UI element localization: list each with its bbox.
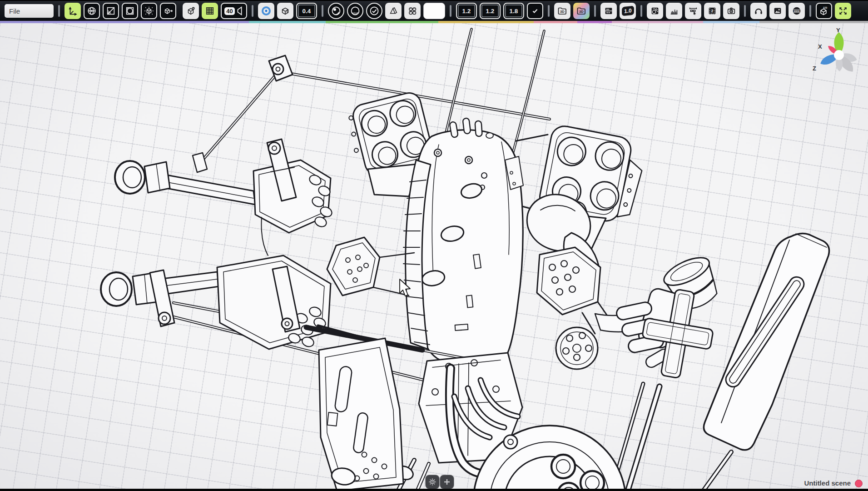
toolbar-divider: [640, 5, 642, 17]
toolbar-divider: [58, 5, 60, 17]
headphones-icon: [754, 6, 764, 16]
cube-expand-button[interactable]: [141, 3, 157, 19]
svg-text:3D: 3D: [560, 10, 565, 14]
audio-headphones-button[interactable]: [750, 3, 767, 19]
line-weight-b-button[interactable]: 1.2: [480, 3, 501, 19]
dither-icon: [650, 6, 660, 16]
line-weight-b-value: 1.2: [486, 8, 495, 15]
svg-text:123: 123: [823, 6, 827, 9]
spectrum-segment: [0, 21, 249, 23]
axis-label-z: Z: [813, 65, 816, 72]
svg-text:3D: 3D: [579, 10, 584, 14]
outline-width-button[interactable]: 0.4: [296, 3, 317, 19]
fullscreen-button[interactable]: [835, 3, 851, 19]
toolbar-divider: [594, 5, 596, 17]
cube-material-button[interactable]: [277, 3, 293, 19]
toolbar-divider: [744, 5, 746, 17]
frame-select-button[interactable]: [685, 3, 701, 19]
line-weight-a-value: 1.2: [462, 8, 471, 15]
globe-view-button[interactable]: [84, 3, 100, 19]
sphere-stippled-icon: [350, 5, 361, 16]
toolbar-divider: [322, 5, 323, 17]
line-weight-checkbox[interactable]: [527, 3, 543, 19]
toolbar: File 40 0.4: [0, 0, 868, 21]
cube-vertex-icon: [186, 6, 196, 16]
sphere-group-icon: [407, 6, 417, 16]
axis-label-y: Y: [836, 27, 840, 34]
grid-icon: [205, 6, 215, 16]
cube-translate-icon: [163, 6, 173, 16]
file-menu-button[interactable]: File: [5, 4, 54, 18]
bottom-bar: [0, 489, 868, 491]
sphere-group-button[interactable]: [404, 3, 421, 19]
shelf-library-button[interactable]: [600, 3, 617, 19]
outline-width-value: 0.4: [303, 8, 311, 15]
sphere-shaded-button[interactable]: [328, 3, 344, 19]
folder-3d-color-button[interactable]: 3D: [573, 3, 590, 19]
prism-button[interactable]: [385, 3, 402, 19]
line-weight-c-value: 1.8: [510, 8, 518, 15]
web-globe-button[interactable]: www: [789, 3, 805, 19]
spectrum-segment: [438, 21, 534, 23]
toolbar-divider: [809, 5, 811, 17]
check-icon: [531, 6, 540, 15]
plane-diagonal-icon: [106, 6, 116, 16]
line-weight-a-button[interactable]: 1.2: [456, 3, 477, 19]
folder-3d-color-icon: 3D: [576, 5, 587, 16]
www-globe-icon: www: [792, 6, 802, 16]
gizmo-center: [834, 50, 844, 60]
blank-swatch-button[interactable]: [423, 3, 445, 19]
plane-diagonal-button[interactable]: [103, 3, 119, 19]
shelf-icon: [604, 6, 614, 16]
svg-text:www: www: [794, 10, 800, 12]
spectrum-segment: [577, 21, 612, 23]
gear-icon: [428, 478, 436, 486]
cube-expand-icon: [144, 6, 154, 16]
settings-button[interactable]: [425, 475, 440, 489]
spectrum-strip: [0, 21, 868, 23]
sphere-stippled-button[interactable]: [347, 3, 363, 19]
camera-capture-button[interactable]: [723, 3, 739, 19]
globe-icon: [87, 6, 97, 16]
equalizer-button[interactable]: [666, 3, 682, 19]
svg-text:2: 2: [711, 9, 713, 13]
cube-material-icon: [280, 6, 290, 16]
cube-vertex-button[interactable]: [183, 3, 199, 19]
prism-icon: [388, 6, 398, 16]
cube-dimensions-button[interactable]: 123: [816, 3, 832, 19]
axis-gizmo[interactable]: Y X Z: [812, 26, 868, 83]
line-weight-c-button[interactable]: 1.8: [503, 3, 524, 19]
cube-translate-button[interactable]: [160, 3, 176, 19]
folder-3d-button[interactable]: 3D: [554, 3, 570, 19]
axes-tool-button[interactable]: [64, 3, 81, 19]
film-frame-icon: 2: [707, 6, 717, 16]
toolbar-divider: [548, 5, 550, 17]
camera-fov-button[interactable]: 40: [221, 3, 247, 19]
record-indicator[interactable]: [855, 480, 863, 487]
add-button[interactable]: [440, 475, 454, 489]
image-export-button[interactable]: [769, 3, 786, 19]
fullscreen-icon: [838, 6, 848, 16]
focus-ring-icon: [261, 5, 272, 16]
grid-floor-button[interactable]: [202, 3, 218, 19]
film-frames-button[interactable]: 2: [704, 3, 720, 19]
sphere-shaded-icon: [331, 5, 342, 16]
viewport-canvas[interactable]: [0, 23, 868, 491]
image-icon: [773, 6, 783, 16]
spectrum-segment: [612, 21, 703, 23]
scale-tag-button[interactable]: 1.0: [620, 3, 636, 19]
shading-confirm-button[interactable]: [366, 3, 382, 19]
plus-icon: [443, 478, 451, 486]
axes-icon: [68, 6, 78, 16]
camera-icon: [726, 6, 736, 16]
toolbar-divider: [252, 5, 253, 17]
cube-123-icon: 123: [818, 5, 829, 16]
scale-tag-value: 1.0: [622, 6, 634, 16]
plane-circle-button[interactable]: [122, 3, 138, 19]
fov-value: 40: [224, 7, 234, 15]
dither-pattern-button[interactable]: [647, 3, 663, 19]
focus-ring-button[interactable]: [258, 3, 274, 19]
axis-label-x: X: [818, 43, 822, 50]
file-menu-label: File: [9, 7, 20, 15]
camera-glyph-icon: [236, 6, 243, 15]
